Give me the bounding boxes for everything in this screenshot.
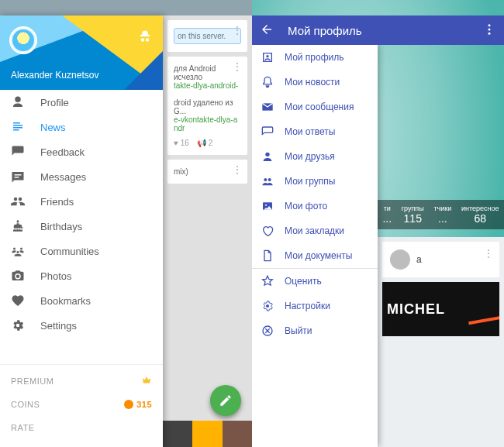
nav-item-news[interactable]: News [0, 115, 163, 139]
bookmarks-icon [11, 294, 25, 308]
nav-item-r-replies[interactable]: Мои ответы [252, 119, 378, 144]
nav-item-r-groups[interactable]: Мои группы [252, 169, 378, 194]
wall-post[interactable]: ⋮ а [382, 242, 499, 277]
nav-item-bookmarks[interactable]: Bookmarks [0, 288, 163, 313]
card-text: для Android исчезло [174, 64, 241, 81]
overflow-icon[interactable]: ⋮ [233, 164, 243, 175]
friends-icon [11, 194, 25, 208]
messages-icon [11, 170, 25, 184]
stats-row: ти...группы115тчики...интересное68 [378, 200, 504, 229]
nav-item-photos[interactable]: Photos [0, 263, 163, 288]
svg-point-1 [20, 248, 22, 250]
svg-point-0 [13, 248, 16, 250]
feed-card[interactable]: ⋮ mix) [167, 160, 247, 184]
artwork-text: MICHEL [387, 301, 445, 318]
nav-item-r-profile[interactable]: Мой профиль [252, 45, 378, 70]
stat-value: ... [433, 212, 451, 225]
rate-row[interactable]: RATE [0, 416, 163, 439]
phone-left: ₽✉✉ 📷📞💬 📶 100% 🔋 20:33 Alexander Kuznets… [0, 0, 252, 447]
nav-list: ProfileNewsFeedbackMessagesFriendsBirthd… [0, 90, 163, 359]
stat-cell[interactable]: группы115 [402, 205, 424, 225]
nav-item-r-friends[interactable]: Мои друзья [252, 144, 378, 169]
nav-item-label: Мои фото [285, 201, 327, 211]
stat-label: группы [402, 205, 424, 212]
r-photos-icon [261, 200, 274, 212]
incognito-icon[interactable] [138, 29, 152, 46]
premium-label: PREMIUM [11, 377, 54, 386]
back-button[interactable] [260, 22, 274, 39]
nav-item-label: Communities [40, 246, 99, 257]
communities-icon [11, 244, 25, 258]
svg-point-4 [488, 28, 491, 30]
overflow-icon[interactable]: ⋮ [233, 25, 243, 36]
nav-item-label: Мой профиль [285, 52, 344, 63]
wall: ⋮ а MICHEL [378, 237, 504, 447]
feed-card[interactable]: ⋮ для Android исчезло takte-dlya-android… [167, 57, 247, 155]
nav-item-communities[interactable]: Communities [0, 239, 163, 263]
nav-item-feedback[interactable]: Feedback [0, 139, 163, 164]
nav-item-r-exit[interactable]: Выйти [252, 318, 378, 343]
card-text: mix) [174, 167, 241, 176]
nav-item-birthdays[interactable]: Birthdays [0, 214, 163, 239]
user-name: Alexander Kuznetsov [11, 70, 98, 81]
likes-count: 16 [181, 139, 189, 147]
drawer-header[interactable]: Alexander Kuznetsov [0, 15, 163, 90]
nav-item-profile[interactable]: Profile [0, 90, 163, 115]
svg-point-7 [265, 153, 269, 156]
premium-row[interactable]: PREMIUM [0, 370, 163, 393]
nav-item-r-bookmarks[interactable]: Мои закладки [252, 218, 378, 243]
card-link[interactable]: takte-dlya-android- [174, 81, 241, 90]
overflow-button[interactable] [482, 22, 496, 39]
r-profile-icon [261, 51, 274, 64]
r-messages-icon [261, 101, 274, 113]
card-link[interactable]: e-vkontakte-dlya-andr [174, 115, 241, 132]
svg-point-6 [266, 55, 268, 57]
wall-post[interactable]: MICHEL [382, 282, 499, 336]
r-groups-icon [261, 175, 274, 187]
nav-item-r-settings[interactable]: Настройки [252, 294, 378, 318]
svg-point-12 [266, 304, 269, 308]
nav-item-messages[interactable]: Messages [0, 164, 163, 189]
r-settings-icon [261, 300, 274, 312]
nav-item-label: Messages [40, 171, 86, 183]
svg-point-5 [488, 32, 491, 34]
stat-value: ... [382, 212, 392, 225]
nav-item-r-messages[interactable]: Мои сообщения [252, 95, 378, 119]
photos-icon [11, 269, 25, 283]
post-image[interactable]: MICHEL [382, 282, 499, 336]
nav-item-r-photos[interactable]: Мои фото [252, 194, 378, 218]
stat-cell[interactable]: ти... [382, 205, 392, 225]
post-author: а [416, 254, 422, 265]
r-exit-icon [261, 325, 274, 337]
birthdays-icon [11, 219, 25, 233]
divider [0, 364, 163, 365]
nav-item-friends[interactable]: Friends [0, 189, 163, 214]
nav-item-label: Настройки [285, 301, 330, 311]
settings-icon [11, 318, 25, 332]
nav-item-label: Мои группы [285, 176, 335, 187]
avatar[interactable] [390, 249, 410, 270]
nav-item-label: Мои новости [285, 77, 340, 88]
coins-row[interactable]: COINS 315 [0, 393, 163, 416]
svg-point-8 [264, 178, 267, 181]
nav-item-r-news[interactable]: Мои новости [252, 70, 378, 95]
r-friends-icon [261, 150, 274, 163]
nav-item-settings[interactable]: Settings [0, 313, 163, 338]
nav-item-r-rate[interactable]: Оценить [252, 269, 378, 294]
feed-card[interactable]: ⋮ on this server. [167, 20, 247, 52]
overflow-icon[interactable]: ⋮ [233, 61, 243, 72]
nav-drawer-left: Alexander Kuznetsov ProfileNewsFeedbackM… [0, 15, 163, 447]
apps-row[interactable]: APPS [0, 439, 163, 447]
overflow-icon[interactable]: ⋮ [484, 248, 493, 259]
svg-point-3 [488, 24, 491, 26]
stat-cell[interactable]: интересное68 [461, 205, 499, 225]
stat-cell[interactable]: тчики... [433, 205, 451, 225]
nav-item-r-docs[interactable]: Мои документы [252, 243, 378, 268]
server-notice: on this server. [174, 28, 241, 44]
appbar-title: Мой профиль [288, 24, 482, 37]
compose-fab[interactable] [210, 385, 241, 416]
nav-item-label: Мои сообщения [285, 101, 354, 112]
stat-label: ти [382, 205, 392, 212]
nav-drawer-right: Мой профильМои новостиМои сообщенияМои о… [252, 45, 378, 447]
avatar[interactable] [9, 26, 37, 54]
